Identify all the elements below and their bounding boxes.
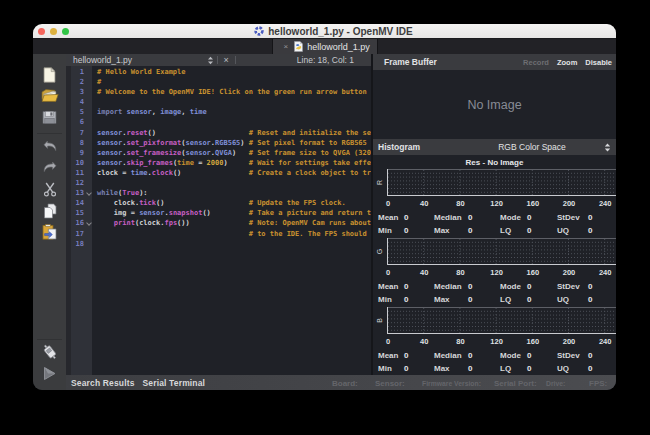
channel-axis-label: G xyxy=(373,238,386,265)
line-number[interactable]: 18 xyxy=(71,239,92,249)
paste-button[interactable] xyxy=(40,224,59,241)
x-axis-tick-label: 240 xyxy=(599,337,612,346)
line-number[interactable]: 1 xyxy=(71,67,92,77)
cut-button[interactable] xyxy=(40,181,59,198)
zoom-button[interactable]: Zoom xyxy=(557,58,577,67)
code-editor[interactable]: 123456789101112131415161718 # Hello Worl… xyxy=(66,66,371,375)
code-line[interactable] xyxy=(97,97,371,107)
code-line[interactable]: while(True): xyxy=(97,188,371,198)
code-token: # Set pixel format to RGB565 (or GRAYSCA… xyxy=(249,139,371,147)
x-axis-tick-label: 0 xyxy=(386,199,390,208)
code-token: while xyxy=(97,189,118,197)
open-file-button[interactable] xyxy=(40,88,59,105)
code-line[interactable]: import sensor, image, time xyxy=(97,107,371,117)
code-token: snapshot xyxy=(169,209,203,217)
code-area[interactable]: # Hello World Example## Welcome to the O… xyxy=(92,66,371,375)
traffic-lights xyxy=(38,24,69,38)
code-line[interactable]: # Hello World Example xyxy=(97,67,371,77)
code-line[interactable] xyxy=(97,239,371,249)
copy-icon xyxy=(43,203,57,219)
redo-button[interactable] xyxy=(40,159,59,176)
code-token: (clock. xyxy=(135,219,165,227)
code-line[interactable]: print(clock.fps()) # Note: OpenMV Cam ru… xyxy=(97,218,371,228)
code-line[interactable] xyxy=(97,117,371,127)
line-number[interactable]: 3 xyxy=(71,87,92,97)
disable-button[interactable]: Disable xyxy=(585,58,612,67)
open-document-name[interactable]: helloworld_1.py xyxy=(72,55,132,65)
editor-close-button[interactable]: × xyxy=(221,55,232,65)
stat-label: StDev xyxy=(557,282,588,291)
new-file-button[interactable] xyxy=(40,66,59,83)
line-number[interactable]: 17 xyxy=(71,229,92,239)
close-window-button[interactable] xyxy=(38,28,45,35)
document-dropdown-icon[interactable] xyxy=(207,56,214,65)
line-number[interactable]: 11 xyxy=(71,168,92,178)
line-number[interactable]: 8 xyxy=(71,138,92,148)
channel-stats-row: Min0Max0LQ0UQ0 xyxy=(373,222,616,235)
line-col-indicator[interactable]: Line: 18, Col: 1 xyxy=(297,55,354,65)
line-number[interactable]: 4 xyxy=(71,97,92,107)
line-number[interactable]: 9 xyxy=(71,148,92,158)
line-number[interactable]: 14 xyxy=(71,198,92,208)
chevron-up-icon xyxy=(604,143,611,147)
editor-header-controls: × Line: 18, Col: 1 xyxy=(207,55,365,65)
line-number[interactable]: 12 xyxy=(71,178,92,188)
undo-button[interactable] xyxy=(40,138,59,155)
code-token: clock. xyxy=(97,199,139,207)
firmware-version-status-label: Firmware Version: xyxy=(422,379,481,386)
x-axis-tick-label: 80 xyxy=(456,337,464,346)
code-line[interactable]: # Welcome to the OpenMV IDE! Click on th… xyxy=(97,87,371,97)
channel-letter: R xyxy=(376,180,383,185)
code-line[interactable]: clock.tick() # Update the FPS clock. xyxy=(97,198,371,208)
code-token: # Welcome to the OpenMV IDE! Click on th… xyxy=(97,88,371,96)
cut-icon xyxy=(43,182,57,197)
code-token: True xyxy=(122,189,139,197)
color-space-select[interactable]: RGB Color Space xyxy=(460,142,604,152)
code-line[interactable] xyxy=(97,178,371,188)
connect-button[interactable] xyxy=(40,344,59,361)
stat-label: Median xyxy=(434,213,468,222)
x-axis-tick-label: 0 xyxy=(386,268,390,277)
line-number[interactable]: 15 xyxy=(71,208,92,218)
code-line[interactable]: sensor.set_pixformat(sensor.RGB565) # Se… xyxy=(97,138,371,148)
line-number[interactable]: 5 xyxy=(71,107,92,117)
code-token: # Set frame size to QVGA (320x240) xyxy=(249,149,371,157)
frame-buffer-view[interactable]: No Image xyxy=(373,70,616,139)
serial-terminal-button[interactable]: Serial Terminal xyxy=(143,378,206,388)
zoom-window-button[interactable] xyxy=(62,28,69,35)
line-number[interactable]: 16 xyxy=(71,218,92,228)
code-line[interactable]: sensor.reset() # Reset and initialize th… xyxy=(97,128,371,138)
code-line[interactable]: # xyxy=(97,77,371,87)
document-tab[interactable]: × helloworld_1.py xyxy=(272,39,378,54)
histogram-chart xyxy=(386,169,616,196)
window-title: helloworld_1.py - OpenMV IDE xyxy=(268,26,412,37)
line-number[interactable]: 7 xyxy=(71,128,92,138)
line-number[interactable]: 2 xyxy=(71,77,92,87)
stat-value: 0 xyxy=(527,351,557,360)
copy-button[interactable] xyxy=(40,202,59,219)
code-token: time xyxy=(131,169,148,177)
code-line[interactable]: # to the IDE. The FPS should increase on… xyxy=(97,229,371,239)
code-line[interactable]: clock = time.clock() # Create a clock ob… xyxy=(97,168,371,178)
line-number[interactable]: 6 xyxy=(71,117,92,127)
channel-axis-label: R xyxy=(373,169,386,196)
fold-marker-icon[interactable] xyxy=(86,221,92,227)
fold-marker-icon[interactable] xyxy=(86,190,92,196)
search-results-button[interactable]: Search Results xyxy=(71,378,135,388)
channel-stats-row: Mean0Median0Mode0StDev0 xyxy=(373,347,616,360)
save-file-button[interactable] xyxy=(40,109,59,126)
tab-close-icon[interactable]: × xyxy=(282,43,291,51)
minimize-window-button[interactable] xyxy=(50,28,57,35)
code-token: # Create a clock object to track the FPS… xyxy=(249,169,371,177)
code-line[interactable]: sensor.skip_frames(time = 2000) # Wait f… xyxy=(97,158,371,168)
start-button[interactable] xyxy=(40,365,59,382)
color-space-updown-icon[interactable] xyxy=(604,143,613,152)
stat-value: 0 xyxy=(588,226,616,235)
code-line[interactable]: sensor.set_framesize(sensor.QVGA) # Set … xyxy=(97,148,371,158)
titlebar[interactable]: helloworld_1.py - OpenMV IDE xyxy=(33,24,616,38)
code-token: fps xyxy=(164,219,177,227)
code-line[interactable]: img = sensor.snapshot() # Take a picture… xyxy=(97,208,371,218)
code-token: # Reset and initialize the sensor. xyxy=(249,129,371,137)
line-number[interactable]: 13 xyxy=(71,188,92,198)
line-number[interactable]: 10 xyxy=(71,158,92,168)
